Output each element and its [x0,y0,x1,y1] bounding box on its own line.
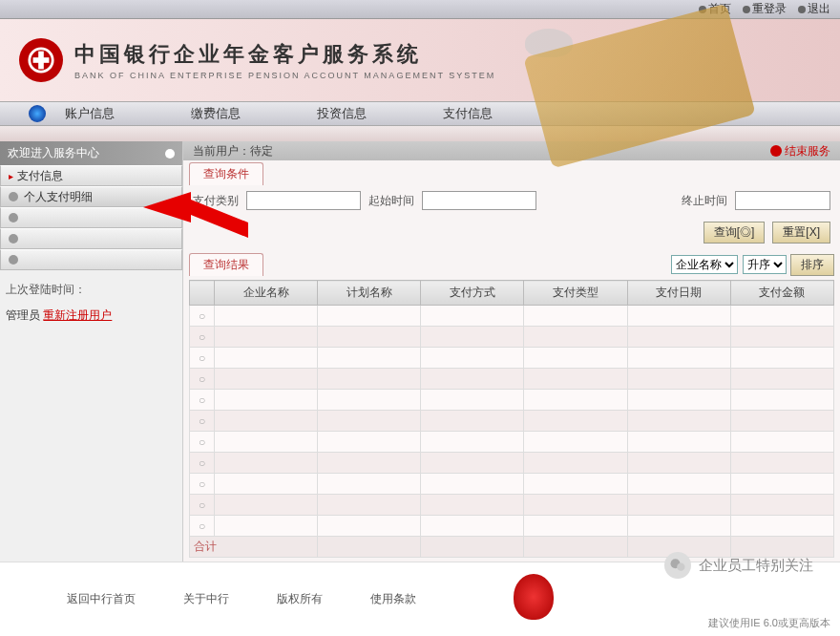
table-row[interactable]: ○ [190,390,834,411]
sidebar-welcome: 欢迎进入服务中心 [0,141,182,165]
chevron-icon: ▸ [9,171,13,181]
table-row[interactable]: ○ [190,411,834,432]
sidebar-pay-detail[interactable]: 个人支付明细 [0,186,182,207]
sidebar-pay-info[interactable]: ▸ 支付信息 [0,165,182,186]
bullet-icon [9,192,18,201]
watermark: 企业员工特别关注 [664,552,813,579]
col-plan: 计划名称 [318,281,421,306]
boc-logo-icon [19,38,63,82]
pay-category-input[interactable] [246,191,361,210]
current-user: 当前用户：待定 [193,143,273,159]
table-row[interactable]: ○ [190,432,834,453]
svg-rect-2 [33,57,50,63]
user-bar: 当前用户：待定 结束服务 [183,141,840,160]
sidebar: 欢迎进入服务中心 ▸ 支付信息 个人支付明细 上次登陆时间： 管理员 重新注册用… [0,141,183,562]
sort-button[interactable]: 排序 [790,254,834,276]
wechat-icon [664,552,691,579]
reset-button[interactable]: 重置[X] [772,222,830,244]
footer-terms[interactable]: 使用条款 [370,591,416,607]
admin-row: 管理员 重新注册用户 [0,302,182,329]
search-button[interactable]: 查询[◎] [704,222,766,244]
col-method: 支付方式 [421,281,524,306]
nav-account[interactable]: 账户信息 [65,105,115,122]
footer-note: 建议使用IE 6.0或更高版本 [708,616,830,630]
table-row[interactable]: ○ [190,453,834,474]
nav-invest[interactable]: 投资信息 [317,105,367,122]
query-result-tab[interactable]: 查询结果 [189,253,263,276]
sort-order-select[interactable]: 升序 [743,255,787,274]
table-row[interactable]: ○ [190,495,834,516]
seal-icon [514,574,554,620]
bullet-icon [9,213,18,223]
pay-category-label: 支付类别 [193,193,239,209]
dot-icon [798,6,806,13]
end-time-input[interactable] [735,191,830,210]
top-relogin-link[interactable]: 重登录 [743,1,787,17]
admin-reregister-link[interactable]: 重新注册用户 [43,308,112,322]
banner-subtitle: BANK OF CHINA ENTERPRISE PENSION ACCOUNT… [74,71,495,80]
nav-fee[interactable]: 缴费信息 [191,105,241,122]
table-row[interactable]: ○ [190,516,834,537]
table-row[interactable]: ○ [190,369,834,390]
orb-icon [165,149,175,159]
table-row[interactable]: ○ [190,327,834,348]
query-condition-tab[interactable]: 查询条件 [189,162,263,185]
dot-icon [743,6,750,13]
sidebar-empty-2[interactable] [0,228,182,249]
sub-bar [0,126,840,141]
banner-title: 中国银行企业年金客户服务系统 [74,40,495,69]
col-radio [190,281,215,306]
table-row[interactable]: ○ [190,474,834,495]
col-amount: 支付金额 [730,281,833,306]
sort-field-select[interactable]: 企业名称 [671,255,738,274]
footer-home[interactable]: 返回中行首页 [67,591,136,607]
result-table-wrap[interactable]: 企业名称 计划名称 支付方式 支付类型 支付日期 支付金额 ○○○○○○○○○○… [189,280,834,560]
table-row[interactable]: ○ [190,306,834,327]
bullet-icon [9,255,18,265]
top-exit-link[interactable]: 退出 [798,1,830,17]
end-time-label: 终止时间 [682,193,727,209]
col-company: 企业名称 [215,281,318,306]
sidebar-empty-1[interactable] [0,207,182,228]
sidebar-empty-3[interactable] [0,249,182,270]
logout-icon [770,145,782,157]
start-time-label: 起始时间 [368,193,414,209]
last-login-label: 上次登陆时间： [0,270,182,302]
start-time-input[interactable] [422,191,536,210]
footer-copyright[interactable]: 版权所有 [277,591,323,607]
main-panel: 当前用户：待定 结束服务 查询条件 支付类别 起始时间 终止时间 查询[◎] 重… [183,141,840,562]
col-date: 支付日期 [627,281,730,306]
banner: 中国银行企业年金客户服务系统 BANK OF CHINA ENTERPRISE … [0,19,840,101]
svg-point-5 [677,563,684,571]
nav-pay[interactable]: 支付信息 [443,105,493,122]
footer-about[interactable]: 关于中行 [183,591,229,607]
bullet-icon [9,234,18,244]
logout-link[interactable]: 结束服务 [770,143,830,159]
result-table: 企业名称 计划名称 支付方式 支付类型 支付日期 支付金额 ○○○○○○○○○○… [189,280,834,558]
filter-row: 支付类别 起始时间 终止时间 [189,185,834,216]
col-type: 支付类型 [524,281,627,306]
table-row[interactable]: ○ [190,348,834,369]
nav-home-icon[interactable] [29,105,46,122]
result-header: 查询结果 企业名称 升序 排序 [183,251,840,278]
